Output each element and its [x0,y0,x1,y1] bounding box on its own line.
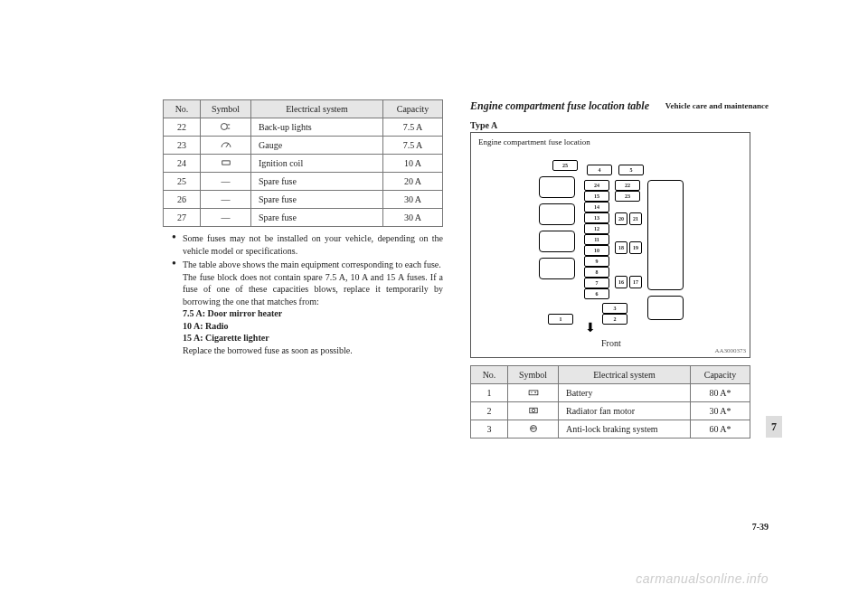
chapter-tab: 7 [766,416,782,438]
th-symbol: Symbol [201,100,251,118]
cell-system: Spare fuse [251,209,383,227]
cell-system: Anti-lock braking system [559,420,691,439]
fuse-5: 5 [618,165,644,175]
cell-system: Spare fuse [251,191,383,209]
svg-rect-3 [529,390,538,394]
cell-cap: 30 A [383,191,443,209]
cell-no: 24 [164,155,201,173]
table-row: 26 — Spare fuse 30 A [164,191,443,209]
coil-icon [201,155,251,173]
fuse-10: 10 [584,245,609,256]
note-bold: 10 A: Radio [183,321,229,331]
cell-cap: 80 A* [691,384,750,402]
table-row: 22 Back-up lights 7.5 A [164,118,443,137]
table-row: 27 — Spare fuse 30 A [164,209,443,227]
note-item: The table above shows the main equipment… [172,259,443,356]
cell-no: 2 [471,402,508,420]
figure-caption: Engine compartment fuse location [478,137,590,146]
th-system: Electrical system [559,366,691,384]
svg-rect-2 [222,160,229,164]
abs-icon: ABS [508,420,559,439]
fuse-21: 21 [629,212,642,225]
fuse-3: 3 [602,303,627,314]
th-capacity: Capacity [383,100,443,118]
cell-system: Radiator fan motor [559,402,691,420]
cell-cap: 7.5 A [383,118,443,137]
left-fuse-table: No. Symbol Electrical system Capacity 22… [163,99,443,227]
table-row: 3 ABS Anti-lock braking system 60 A* [471,420,750,439]
fuse-17: 17 [629,276,642,288]
th-capacity: Capacity [691,366,750,384]
svg-point-8 [532,409,535,412]
cell-system: Spare fuse [251,173,383,191]
cell-no: 27 [164,209,201,227]
fuse-8: 8 [584,267,609,278]
svg-point-0 [221,123,227,129]
note-bold: 7.5 A: Door mirror heater [183,308,282,318]
cell-system: Ignition coil [251,155,383,173]
cell-symbol: — [201,209,251,227]
th-system: Electrical system [251,100,383,118]
th-no: No. [164,100,201,118]
note-item: Some fuses may not be installed on your … [172,232,443,257]
cell-no: 1 [471,384,508,402]
backup-light-icon [201,118,251,137]
note-bold: 15 A: Cigarette lighter [183,333,269,343]
cell-system: Gauge [251,137,383,155]
svg-line-1 [226,143,229,146]
fuse-22: 22 [615,180,640,191]
cell-system: Back-up lights [251,118,383,137]
cell-symbol: — [201,173,251,191]
fuse-24: 24 [584,180,609,191]
battery-icon [508,384,559,402]
cell-cap: 20 A [383,173,443,191]
cell-cap: 30 A* [691,402,750,420]
table-row: 24 Ignition coil 10 A [164,155,443,173]
page-number: 7-39 [752,522,769,532]
th-no: No. [471,366,508,384]
arrow-down-icon: ⬇ [585,320,596,335]
fuse-4: 4 [587,165,612,175]
fuse-12: 12 [584,223,609,234]
th-symbol: Symbol [508,366,559,384]
type-label: Type A [470,120,750,130]
fuse-2: 2 [602,314,627,325]
fuse-25: 25 [552,160,578,171]
fusebox-diagram: 25 4 5 24 15 14 13 12 11 10 9 8 7 6 [521,160,702,327]
fuse-19: 19 [629,241,642,254]
table-row: 23 Gauge 7.5 A [164,137,443,155]
svg-text:ABS: ABS [531,427,536,430]
right-column: Engine compartment fuse location table T… [470,99,750,439]
watermark: carmanualsonline.info [636,571,769,586]
table-row: 1 Battery 80 A* [471,384,750,402]
cell-no: 25 [164,173,201,191]
cell-symbol: — [201,191,251,209]
fuse-18: 18 [615,241,627,254]
fuse-15: 15 [584,191,609,202]
notes-block: Some fuses may not be installed on your … [172,232,443,356]
table-row: 2 Radiator fan motor 30 A* [471,402,750,420]
cell-no: 3 [471,420,508,439]
note-text: The fuse block does not contain spare 7.… [183,272,443,306]
fuse-11: 11 [584,234,609,245]
fuse-location-figure: Engine compartment fuse location 25 4 5 … [470,132,750,358]
cell-cap: 30 A [383,209,443,227]
fuse-1: 1 [548,314,573,325]
cell-system: Battery [559,384,691,402]
cell-cap: 7.5 A [383,137,443,155]
fuse-16: 16 [615,276,627,288]
fuse-9: 9 [584,256,609,267]
note-text: Replace the borrowed fuse as soon as pos… [183,345,353,355]
cell-no: 22 [164,118,201,137]
fuse-14: 14 [584,202,609,212]
cell-no: 23 [164,137,201,155]
fuse-13: 13 [584,212,609,223]
fan-icon [508,402,559,420]
right-fuse-table: No. Symbol Electrical system Capacity 1 … [470,365,750,439]
gauge-icon [201,137,251,155]
table-row: 25 — Spare fuse 20 A [164,173,443,191]
figure-code: AA3000373 [714,347,746,354]
cell-no: 26 [164,191,201,209]
fuse-23: 23 [615,191,640,202]
fuse-7: 7 [584,278,609,288]
